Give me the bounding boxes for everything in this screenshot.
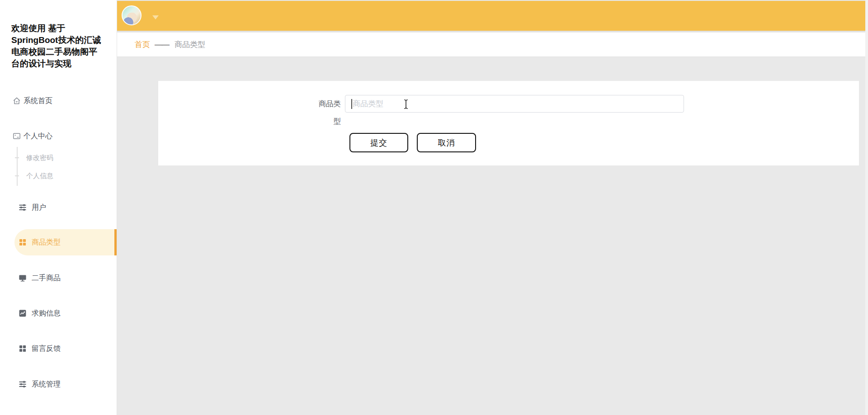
breadcrumb-home-link[interactable]: 首页 xyxy=(135,39,150,50)
sidebar-welcome-title: 欢迎使用 基于SpringBoot技术的汇诚电商校园二手易物阁平台的设计与实现 xyxy=(11,23,102,70)
sidebar-item-feedback[interactable]: 留言反馈 xyxy=(0,336,117,361)
sidebar-subitem-personal-info[interactable]: 个人信息 xyxy=(0,168,117,184)
app-window: 欢迎使用 基于SpringBoot技术的汇诚电商校园二手易物阁平台的设计与实现 … xyxy=(0,0,868,415)
sidebar-subitem-change-password[interactable]: 修改密码 xyxy=(0,150,117,166)
sidebar-item-system-home[interactable]: 系统首页 xyxy=(0,88,117,113)
grid-menu-icon xyxy=(18,344,27,353)
chevron-down-icon[interactable] xyxy=(152,15,159,19)
sidebar-item-label: 求购信息 xyxy=(32,309,61,318)
product-type-label: 商品类型 xyxy=(314,95,341,113)
postcard-icon xyxy=(12,132,21,141)
sidebar-item-label: 留言反馈 xyxy=(32,344,61,354)
grid-menu-icon xyxy=(18,238,27,247)
user-avatar[interactable] xyxy=(122,5,142,25)
sidebar-item-users[interactable]: 用户 xyxy=(0,195,117,220)
monitor-icon xyxy=(18,274,27,283)
content-area: 商品类型 提交 取消 xyxy=(117,57,868,415)
text-caret xyxy=(351,99,352,109)
trend-chart-icon xyxy=(18,309,27,318)
sidebar-item-label: 系统管理 xyxy=(32,380,61,389)
sidebar-subitem-label: 个人信息 xyxy=(26,172,53,180)
sidebar-item-personal-center[interactable]: 个人中心 xyxy=(0,123,117,149)
sidebar: 欢迎使用 基于SpringBoot技术的汇诚电商校园二手易物阁平台的设计与实现 … xyxy=(0,0,117,415)
sidebar-item-label: 个人中心 xyxy=(24,132,52,141)
product-type-input[interactable] xyxy=(345,95,684,113)
sidebar-item-label: 系统首页 xyxy=(24,96,52,106)
sidebar-item-secondhand-goods[interactable]: 二手商品 xyxy=(0,265,117,291)
sidebar-item-purchase-requests[interactable]: 求购信息 xyxy=(0,301,117,326)
sidebar-item-product-type-active[interactable]: 商品类型 xyxy=(14,229,117,255)
sidebar-item-system-management[interactable]: 系统管理 xyxy=(0,372,117,397)
cancel-button[interactable]: 取消 xyxy=(417,133,476,152)
submit-button[interactable]: 提交 xyxy=(349,133,408,152)
ibeam-cursor-icon xyxy=(403,99,409,111)
main-area: 首页 —— 商品类型 商品类型 提交 取消 xyxy=(117,0,868,415)
sidebar-item-label: 用户 xyxy=(32,203,46,212)
operation-icon xyxy=(18,380,27,389)
active-item-accent-bar xyxy=(114,229,117,255)
sidebar-subitem-label: 修改密码 xyxy=(26,154,53,162)
form-card: 商品类型 提交 取消 xyxy=(158,81,859,165)
sidebar-item-label: 二手商品 xyxy=(32,274,61,283)
breadcrumb-current: 商品类型 xyxy=(175,39,205,50)
sidebar-item-label: 商品类型 xyxy=(32,238,61,247)
operation-icon xyxy=(18,203,27,212)
breadcrumb-separator: —— xyxy=(155,40,169,49)
home-icon xyxy=(12,96,21,105)
top-navbar xyxy=(117,1,868,32)
breadcrumb: 首页 —— 商品类型 xyxy=(117,33,868,57)
vertical-scrollbar[interactable] xyxy=(865,0,868,415)
